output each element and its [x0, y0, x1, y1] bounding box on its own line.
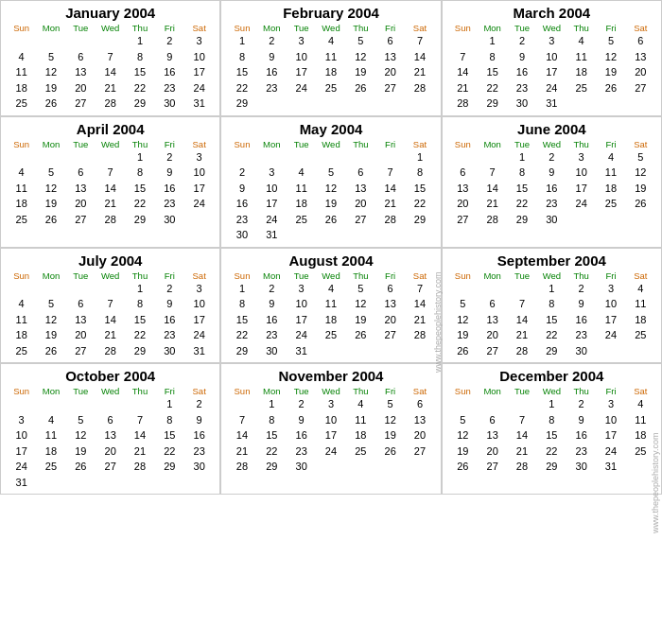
- day-header-sun: Sun: [227, 139, 256, 149]
- day-cell: 2: [257, 281, 287, 297]
- day-cell: 16: [257, 64, 287, 80]
- day-cell: 5: [36, 296, 65, 312]
- day-cell: 12: [448, 427, 478, 444]
- day-cell: 16: [287, 427, 316, 444]
- day-cell: 3: [566, 149, 596, 165]
- day-cell: 22: [537, 444, 566, 460]
- day-cell: 9: [566, 296, 596, 312]
- day-cell: 28: [96, 343, 125, 359]
- day-cell: 7: [507, 412, 536, 428]
- day-cell: 2: [227, 165, 256, 181]
- day-cell: [316, 459, 345, 475]
- day-cell: [626, 459, 655, 475]
- day-cell: 16: [566, 427, 596, 444]
- day-cell: 13: [375, 296, 405, 312]
- day-cell: 15: [537, 312, 566, 328]
- day-cell: 13: [66, 181, 96, 197]
- day-cell: 24: [184, 80, 214, 96]
- day-header-mon: Mon: [478, 23, 507, 33]
- day-cell: 9: [257, 296, 287, 312]
- month-august-2004: August 2004SunMonTueWedThuFriSat12345678…: [220, 248, 441, 364]
- day-cell: 1: [257, 396, 287, 412]
- day-cell: 18: [566, 64, 596, 80]
- day-cell: 15: [478, 64, 507, 80]
- day-cell: 30: [155, 212, 184, 228]
- day-cell: 17: [316, 427, 345, 444]
- day-cell: [375, 459, 405, 475]
- day-cell: 11: [7, 181, 36, 197]
- day-cell: 8: [125, 296, 154, 312]
- day-cell: [184, 212, 214, 228]
- calendar-grid: January 2004SunMonTueWedThuFriSat1234567…: [0, 0, 662, 495]
- day-cell: 28: [405, 327, 434, 343]
- day-cell: 24: [287, 327, 316, 343]
- day-header-sat: Sat: [405, 270, 434, 281]
- day-cell: 16: [155, 181, 184, 197]
- day-cell: 3: [316, 396, 345, 412]
- day-cell: 12: [66, 427, 96, 444]
- day-cell: 8: [227, 296, 256, 312]
- day-cell: 16: [537, 181, 566, 197]
- day-cell: 23: [227, 212, 256, 228]
- day-cell: 3: [184, 149, 214, 165]
- day-cell: 3: [287, 33, 316, 49]
- day-cell: 11: [287, 181, 316, 197]
- day-cell: 1: [507, 149, 536, 165]
- day-cell: 8: [125, 165, 154, 181]
- day-cell: 2: [287, 396, 316, 412]
- day-header-wed: Wed: [96, 386, 125, 396]
- month-may-2004: May 2004SunMonTueWedThuFriSat12345678910…: [220, 116, 441, 248]
- day-cell: 1: [227, 33, 256, 49]
- days-grid: SunMonTueWedThuFriSat1234567891011121314…: [7, 23, 214, 112]
- day-header-fri: Fri: [155, 139, 184, 149]
- day-cell: 24: [184, 327, 214, 343]
- day-header-sun: Sun: [448, 386, 478, 396]
- day-cell: 23: [537, 196, 566, 212]
- day-header-sat: Sat: [405, 23, 434, 33]
- day-header-thu: Thu: [566, 386, 596, 396]
- day-cell: 24: [287, 80, 316, 96]
- day-cell: 14: [96, 312, 125, 328]
- day-cell: [66, 33, 96, 49]
- month-march-2004: March 2004SunMonTueWedThuFriSat123456789…: [442, 0, 662, 116]
- day-cell: 21: [478, 196, 507, 212]
- day-cell: 21: [96, 196, 125, 212]
- month-title: January 2004: [7, 5, 214, 21]
- day-cell: 20: [478, 444, 507, 460]
- day-cell: 23: [287, 444, 316, 460]
- day-cell: [36, 33, 65, 49]
- day-cell: 28: [448, 96, 478, 112]
- day-cell: 14: [125, 427, 154, 444]
- day-header-tue: Tue: [507, 139, 536, 149]
- day-cell: 4: [7, 296, 36, 312]
- day-header-thu: Thu: [346, 386, 375, 396]
- day-cell: 6: [66, 49, 96, 65]
- day-cell: 12: [448, 312, 478, 328]
- day-cell: 14: [227, 427, 256, 444]
- day-cell: 9: [257, 49, 287, 65]
- day-cell: 24: [257, 212, 287, 228]
- day-cell: 5: [346, 281, 375, 297]
- day-cell: 24: [184, 196, 214, 212]
- day-cell: 7: [96, 296, 125, 312]
- day-cell: 7: [507, 296, 536, 312]
- day-header-thu: Thu: [346, 139, 375, 149]
- day-header-mon: Mon: [257, 23, 287, 33]
- day-cell: 19: [66, 444, 96, 460]
- day-cell: 6: [66, 165, 96, 181]
- day-cell: 22: [125, 196, 154, 212]
- day-cell: 21: [448, 80, 478, 96]
- day-cell: 8: [125, 49, 154, 65]
- day-cell: 19: [375, 427, 405, 444]
- day-cell: 28: [227, 459, 256, 475]
- day-cell: 20: [346, 196, 375, 212]
- day-header-thu: Thu: [566, 270, 596, 281]
- day-cell: 2: [184, 396, 214, 412]
- day-cell: 9: [155, 165, 184, 181]
- day-cell: [7, 149, 36, 165]
- day-header-sat: Sat: [626, 270, 655, 281]
- day-cell: 1: [155, 396, 184, 412]
- day-header-wed: Wed: [96, 139, 125, 149]
- day-cell: 18: [7, 80, 36, 96]
- month-april-2004: April 2004SunMonTueWedThuFriSat123456789…: [0, 116, 220, 248]
